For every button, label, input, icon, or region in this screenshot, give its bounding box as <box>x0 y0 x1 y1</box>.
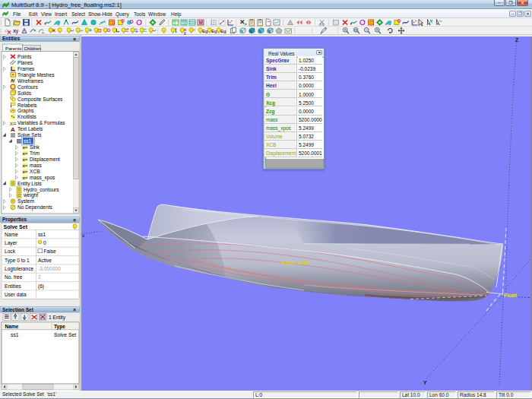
svg-text:Y: Y <box>423 380 427 385</box>
svg-text:Frames: Frames <box>17 66 35 71</box>
svg-text:Triangle Meshes: Triangle Meshes <box>17 72 55 78</box>
svg-text:Sink: Sink <box>30 144 40 150</box>
svg-text:Eg: Eg <box>211 29 217 33</box>
svg-text:weight: weight <box>23 192 38 198</box>
svg-text:x=: x= <box>23 176 28 180</box>
svg-text:Type 0 to 1: Type 0 to 1 <box>5 258 30 264</box>
svg-text:0: 0 <box>43 240 46 245</box>
svg-text:Logtolerance: Logtolerance <box>5 266 33 272</box>
svg-text:Eg: Eg <box>220 29 226 33</box>
svg-text:M: M <box>199 20 203 25</box>
svg-text:x=: x= <box>23 145 28 150</box>
svg-text:No Dependents: No Dependents <box>17 204 53 211</box>
svg-text:mass_xpos: mass_xpos <box>30 175 55 181</box>
svg-text:mass: mass <box>30 163 42 168</box>
svg-text:Name: Name <box>5 324 19 329</box>
svg-text:Variables & Formulas: Variables & Formulas <box>17 120 65 125</box>
svg-text:Eg: Eg <box>202 29 207 33</box>
svg-text:False: False <box>44 249 56 254</box>
svg-text:ss1: ss1 <box>38 232 46 237</box>
svg-text:Points: Points <box>17 54 32 59</box>
svg-text:Layer: Layer <box>5 240 17 246</box>
svg-text:Planes: Planes <box>17 60 33 65</box>
svg-text:Z: Z <box>515 37 519 43</box>
svg-text:(6): (6) <box>38 283 44 290</box>
svg-text:Entities: Entities <box>2 36 21 41</box>
svg-text:Parents: Parents <box>5 46 21 51</box>
svg-text:Composite Surfaces: Composite Surfaces <box>17 97 63 103</box>
svg-text:ss1: ss1 <box>11 332 19 337</box>
svg-text:Graphs: Graphs <box>17 108 34 114</box>
svg-text:y: y <box>16 28 19 34</box>
svg-text:Solids: Solids <box>17 90 32 96</box>
svg-text:2: 2 <box>38 274 41 280</box>
svg-text:Hydro_contours: Hydro_contours <box>24 187 59 193</box>
svg-text:x=: x= <box>23 163 28 168</box>
svg-text:Trim: Trim <box>30 150 40 156</box>
svg-text:Lock: Lock <box>5 249 16 254</box>
svg-text:Active: Active <box>38 258 52 263</box>
svg-text:×: × <box>73 307 76 312</box>
svg-text:g: g <box>184 31 186 35</box>
svg-text:Text Labels: Text Labels <box>17 126 43 131</box>
svg-text:System: System <box>17 198 34 204</box>
svg-text:Relabels: Relabels <box>17 103 37 108</box>
svg-text:Selection Set: Selection Set <box>2 307 34 312</box>
svg-text:mass_boat: mass_boat <box>280 260 309 265</box>
svg-text:x=: x= <box>23 169 28 174</box>
svg-text:Entity Lists: Entity Lists <box>17 181 43 187</box>
svg-text:×: × <box>73 217 76 223</box>
svg-text:Properties: Properties <box>2 217 27 223</box>
svg-text:XCB: XCB <box>30 169 40 174</box>
svg-text:ss1: ss1 <box>24 138 32 144</box>
svg-text:Knotlists: Knotlists <box>17 114 37 119</box>
svg-text:Solve Set: Solve Set <box>54 332 76 337</box>
svg-text:Name: Name <box>5 232 18 237</box>
svg-text:User data: User data <box>5 292 27 297</box>
svg-text:Contours: Contours <box>17 84 38 90</box>
svg-text:Float: Float <box>504 293 517 298</box>
svg-text:A: A <box>11 126 15 133</box>
svg-text:1 Entity: 1 Entity <box>49 315 66 321</box>
svg-text:Solve Set: Solve Set <box>4 224 28 230</box>
svg-text:Displacement: Displacement <box>30 157 60 163</box>
svg-text:Wireframes: Wireframes <box>17 78 43 84</box>
svg-text:No. free: No. free <box>5 274 23 280</box>
svg-text:-3.000000: -3.000000 <box>38 266 61 271</box>
svg-text:x=: x= <box>23 157 28 162</box>
svg-text:Entities: Entities <box>5 283 21 289</box>
svg-text:×: × <box>73 36 76 42</box>
svg-text:Type: Type <box>54 324 65 330</box>
svg-text:Children: Children <box>24 46 41 51</box>
svg-text:x=: x= <box>23 151 28 156</box>
